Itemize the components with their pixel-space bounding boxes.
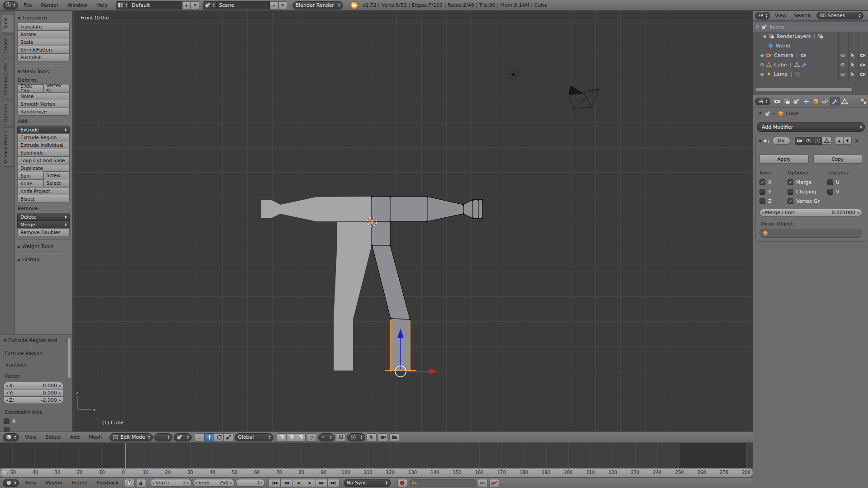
constraint-axis-x-checkbox[interactable] — [4, 418, 9, 424]
tool-button[interactable]: Translate — [17, 23, 70, 31]
tool-button[interactable]: Shrink/Fatten — [17, 46, 70, 54]
viewport-shading-dropdown[interactable]: ▴▾ — [154, 433, 172, 441]
delete-keyframe-button[interactable] — [489, 479, 499, 487]
panel-header-weight-tools[interactable]: ▶Weight Tools — [18, 244, 70, 249]
merge-limit-slider[interactable]: ◂Merge Limit: 0.001000▸ — [760, 209, 862, 216]
vector-z-field[interactable]: ◂Z:-2.000▸ — [4, 396, 63, 404]
loop-cut-button[interactable]: Loop Cut and Slide — [17, 156, 70, 164]
vector-y-field[interactable]: ◂Y:0.000▸ — [4, 389, 63, 397]
delete-screen-layout-button[interactable]: ✕ — [191, 1, 199, 9]
transform-orientation-dropdown[interactable]: Global▴▾ — [235, 433, 274, 441]
mesh-data-icon[interactable] — [794, 62, 800, 68]
menu-item[interactable]: Search — [790, 13, 815, 19]
texture-v-checkbox[interactable] — [827, 189, 833, 195]
texture-u-checkbox[interactable] — [827, 179, 833, 185]
tab-texture[interactable] — [859, 97, 868, 106]
pivot-cube-toggle-2[interactable] — [286, 433, 296, 441]
panel-header-transform[interactable]: ▼Transform — [18, 15, 70, 21]
outliner-row-world[interactable]: World — [753, 41, 868, 51]
pivot-cube-toggle-3[interactable] — [296, 433, 306, 441]
knife-select-button[interactable]: Select — [43, 179, 70, 187]
mirror-object-field[interactable] — [760, 229, 862, 238]
camera-object[interactable] — [568, 85, 599, 108]
randomize-button[interactable]: Randomize — [17, 108, 70, 116]
lamp-data-icon[interactable] — [795, 71, 801, 77]
tool-button[interactable]: Scale — [17, 38, 70, 46]
menu-item[interactable]: Add — [66, 434, 84, 440]
tab-modifiers[interactable] — [830, 97, 840, 106]
tab-shading-uvs[interactable]: Shading / UVs — [2, 59, 14, 99]
smooth-vertex-button[interactable]: Smooth Vertex — [17, 100, 70, 108]
add-modifier-dropdown[interactable]: Add Modifier▴▾ — [757, 122, 865, 132]
delete-dropdown[interactable]: Delete▴▾ — [17, 213, 70, 221]
start-frame-field[interactable]: ◂Start:1▸ — [150, 479, 192, 487]
playback-button[interactable]: ▶▶| — [327, 479, 340, 487]
remove-doubles-button[interactable]: Remove Doubles — [17, 228, 70, 236]
playback-button[interactable]: |◀◀ — [269, 479, 281, 487]
selectability-toggle[interactable] — [848, 71, 858, 77]
outliner-row-renderlayers[interactable]: ⊕ RenderLayers | — [753, 32, 868, 41]
outliner-row-lamp[interactable]: ⊕ Lamp | — [753, 70, 868, 79]
mode-dropdown[interactable]: Edit Mode▴▾ — [109, 433, 153, 441]
menu-item[interactable]: Help — [92, 2, 112, 8]
menu-item[interactable]: File — [19, 2, 36, 8]
expand-icon[interactable]: ⊕ — [760, 62, 764, 67]
scene-name[interactable]: Scene — [217, 1, 270, 9]
apply-button[interactable]: Apply — [760, 155, 809, 164]
select-mode-dropdown[interactable]: ▴▾ — [174, 433, 192, 441]
tab-render[interactable] — [773, 97, 782, 106]
extrude-dropdown[interactable]: Extrude▴▾ — [17, 126, 70, 134]
current-frame-field[interactable]: 1▸ — [236, 479, 265, 487]
vector-x-field[interactable]: ◂X:0.000▸ — [4, 382, 63, 389]
extrude-individual-button[interactable]: Extrude Individual — [17, 141, 70, 149]
axis-x-checkbox[interactable] — [760, 179, 765, 185]
menu-item[interactable]: Window — [63, 2, 92, 8]
menu-item[interactable]: Render — [36, 2, 63, 8]
slide-edge-button[interactable]: Slide Edg — [17, 84, 43, 93]
visibility-eye-toggle[interactable] — [838, 62, 848, 68]
operator-panel-scrollbar[interactable] — [68, 337, 71, 379]
screw-button[interactable]: Screw — [43, 171, 70, 179]
tab-render-layers[interactable] — [782, 97, 791, 106]
drag-grip-icon[interactable]: ⣿ — [64, 338, 68, 343]
vertex-groups-checkbox[interactable] — [788, 198, 793, 204]
bisect-button[interactable]: Bisect — [17, 195, 70, 203]
manipulator-axis-toggle[interactable] — [195, 433, 205, 441]
selectability-toggle[interactable] — [848, 62, 858, 68]
menu-item[interactable]: Mesh — [84, 434, 106, 440]
timeline-canvas[interactable] — [0, 443, 753, 468]
constraint-axis-y-checkbox[interactable] — [4, 427, 9, 432]
menu-item[interactable]: View — [20, 434, 41, 440]
collapse-triangle-icon[interactable]: ▼ — [759, 139, 762, 143]
axis-z-checkbox[interactable] — [760, 198, 765, 204]
tab-grease-pencil[interactable]: Grease Pencil — [2, 127, 14, 167]
manipulator-rotate-toggle[interactable] — [214, 433, 224, 441]
menu-item[interactable]: View — [20, 480, 41, 486]
tool-button[interactable]: Rotate — [17, 30, 70, 38]
lock-time-toggle[interactable] — [136, 479, 146, 487]
modifier-cage-toggle[interactable] — [822, 137, 831, 145]
merge-checkbox[interactable] — [788, 179, 793, 185]
delete-scene-button[interactable]: ✕ — [278, 1, 287, 9]
insert-keyframe-button[interactable] — [478, 479, 488, 487]
pin-icon[interactable] — [757, 111, 763, 117]
tab-world[interactable] — [802, 97, 811, 106]
breadcrumb-object-name[interactable]: Cube — [786, 111, 798, 117]
modifier-name-field[interactable]: Mir — [772, 137, 790, 145]
editor-type-properties-button[interactable]: ▴▾ — [755, 98, 770, 105]
editor-type-timeline-button[interactable]: ▴▾ — [3, 479, 19, 487]
tab-scene[interactable] — [792, 97, 801, 106]
menu-item[interactable]: Frame — [67, 480, 92, 486]
camera-data-icon[interactable] — [801, 52, 807, 58]
opengl-render-button[interactable] — [378, 433, 388, 441]
tab-object[interactable] — [811, 97, 820, 106]
tab-object-data[interactable] — [840, 97, 849, 106]
snap-element-dropdown[interactable]: ▴▾ — [347, 433, 365, 441]
playback-button[interactable]: ▶▶ — [316, 479, 328, 487]
modifier-editmode-toggle[interactable] — [813, 137, 822, 145]
menu-item[interactable]: Marker — [41, 480, 67, 486]
lamp-object[interactable] — [509, 70, 519, 80]
expand-icon[interactable]: ⊕ — [760, 53, 764, 58]
collapse-icon[interactable]: ⊖ — [755, 24, 760, 29]
record-button[interactable] — [397, 479, 407, 487]
